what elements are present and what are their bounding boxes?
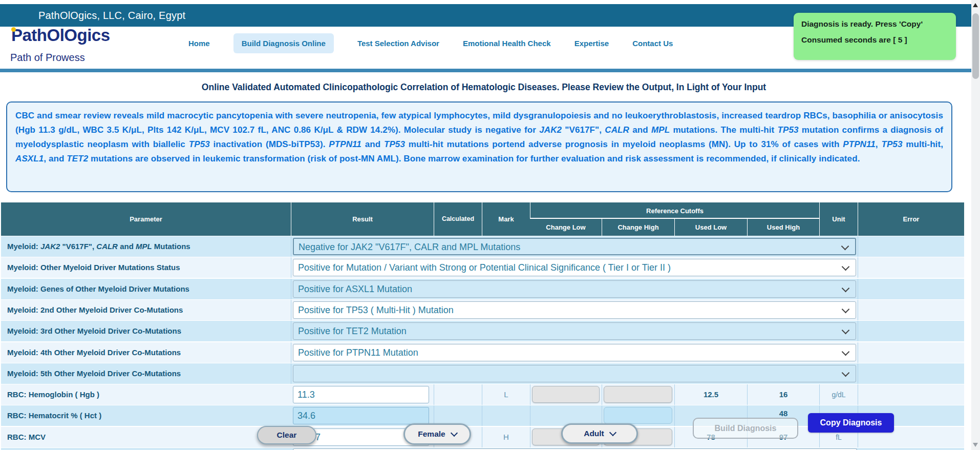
row-label: Myeloid: JAK2 "V617F", CALR and MPL Muta…: [1, 236, 291, 257]
table-row: Myeloid: 5th Other Myeloid Driver Co-Mut…: [1, 363, 964, 384]
nav-contact-us[interactable]: Contact Us: [632, 39, 673, 48]
select-other-driver-mutations-status[interactable]: Positive for Mutation / Variant with Str…: [293, 259, 856, 276]
table-row: Myeloid: Genes of Other Myeloid Driver M…: [1, 279, 964, 299]
col-header-result: Result: [291, 202, 434, 236]
select-genes-other-driver-mutations[interactable]: Positive for ASXL1 Mutation: [293, 280, 856, 298]
error-cell: [858, 384, 964, 405]
page-title: Online Validated Automated Clinicopathol…: [0, 82, 968, 93]
sex-select-value: Female: [418, 429, 445, 439]
table-header: Parameter Result Calculated Mark Referen…: [1, 202, 964, 236]
error-cell: [858, 321, 964, 341]
logo-tagline: Path of Prowess: [10, 52, 85, 64]
error-cell: [858, 279, 964, 299]
col-header-change-low: Change Low: [530, 219, 602, 236]
select-2nd-driver-co-mutation[interactable]: Positive for TP53 ( Multi-Hit ) Mutation: [293, 301, 856, 319]
row-label: RBC: Hemoglobin ( Hgb ): [1, 384, 291, 405]
main-nav: Home Build Diagnosis Online Test Selecti…: [188, 32, 673, 54]
chevron-down-icon: [842, 284, 850, 293]
select-3rd-driver-co-mutation[interactable]: Positive for TET2 Mutation: [293, 322, 856, 340]
select-value: Negative for JAK2 "V617F", CALR and MPL …: [299, 239, 520, 255]
nav-home[interactable]: Home: [188, 39, 210, 48]
chevron-down-icon: [842, 305, 850, 314]
col-header-parameter: Parameter: [1, 202, 291, 236]
hgb-result-input[interactable]: [293, 386, 429, 403]
hgb-change-high-input[interactable]: [604, 386, 672, 403]
chevron-down-icon: [842, 263, 850, 271]
diagnosis-summary-box: CBC and smear review reveals mild macroc…: [6, 101, 952, 192]
nav-emotional-health-check[interactable]: Emotional Health Check: [463, 39, 551, 48]
table-row: Myeloid: Other Myeloid Driver Mutations …: [1, 257, 964, 278]
col-header-mark: Mark: [482, 202, 530, 236]
select-value: Positive for PTPN11 Mutation: [298, 344, 418, 361]
mark-value: L: [482, 384, 530, 405]
used-high-value: 16: [747, 384, 819, 405]
select-value: Positive for TP53 ( Multi-Hit ) Mutation: [298, 302, 454, 318]
toast-line-2: Consumed seconds are [ 5 ]: [801, 35, 948, 45]
calculated-cell: [434, 384, 482, 405]
select-4th-driver-co-mutation[interactable]: Positive for PTPN11 Mutation: [293, 344, 856, 361]
company-title: PathOlOgics, LLC, Cairo, Egypt: [38, 4, 185, 27]
error-cell: [858, 236, 964, 257]
scrollbar-thumb[interactable]: [972, 13, 979, 79]
calculated-cell: [434, 405, 482, 426]
sex-select[interactable]: Female: [403, 423, 471, 445]
error-cell: [858, 300, 964, 320]
pathologics-app: PathOlOgics, LLC, Cairo, Egypt Diagnosis…: [0, 0, 980, 450]
logo-dot-icon: [11, 27, 16, 32]
copy-diagnosis-button[interactable]: Copy Diagnosis: [808, 413, 894, 433]
hgb-change-low-input[interactable]: [532, 386, 600, 403]
table-row: Myeloid: 4th Other Myeloid Driver Co-Mut…: [1, 342, 964, 363]
chevron-down-icon: [842, 369, 850, 377]
error-cell: [858, 342, 964, 363]
chevron-down-icon: [842, 326, 850, 335]
col-header-used-high: Used High: [747, 219, 819, 236]
col-header-unit: Unit: [819, 202, 858, 236]
clear-button[interactable]: Clear: [257, 426, 316, 444]
age-select-value: Adult: [584, 429, 604, 438]
scroll-up-arrow-icon[interactable]: [973, 3, 978, 7]
diagnosis-summary-text: CBC and smear review reveals mild macroc…: [15, 109, 943, 166]
error-cell: [858, 257, 964, 278]
scroll-down-arrow-icon[interactable]: [973, 443, 978, 447]
row-label: Myeloid: Genes of Other Myeloid Driver M…: [1, 279, 291, 299]
change-low-cell: [530, 405, 602, 426]
table-row: Myeloid: JAK2 "V617F", CALR and MPL Muta…: [1, 236, 964, 257]
col-header-calculated: Calculated: [434, 202, 482, 236]
select-5th-driver-co-mutation[interactable]: [293, 365, 856, 382]
select-jak2-calr-mpl-status[interactable]: Negative for JAK2 "V617F", CALR and MPL …: [293, 238, 856, 255]
nav-test-selection-advisor[interactable]: Test Selection Advisor: [357, 39, 439, 48]
table-row: Myeloid: 2nd Other Myeloid Driver Co-Mut…: [1, 300, 964, 320]
header-divider: [0, 69, 971, 72]
row-label: Myeloid: 2nd Other Myeloid Driver Co-Mut…: [1, 300, 291, 320]
toast-line-1: Diagnosis is ready. Press 'Copy': [801, 19, 948, 29]
hct-result-input[interactable]: [293, 407, 429, 424]
select-value: Positive for TET2 Mutation: [298, 323, 407, 339]
table-row: RBC: Hemoglobin ( Hgb ) L 12.5 16 g/dL: [1, 384, 964, 405]
vertical-scrollbar[interactable]: [971, 0, 980, 450]
chevron-down-icon: [842, 348, 850, 356]
nav-build-diagnosis-online[interactable]: Build Diagnosis Online: [233, 33, 334, 53]
select-value: Positive for ASXL1 Mutation: [298, 281, 412, 297]
col-header-error: Error: [858, 202, 964, 236]
row-label: Myeloid: Other Myeloid Driver Mutations …: [1, 257, 291, 278]
col-header-reference-cutoffs: Reference Cutoffs: [530, 202, 819, 219]
chevron-down-icon: [609, 429, 616, 436]
used-low-value: 12.5: [674, 384, 747, 405]
row-label: RBC: MCV: [1, 427, 291, 447]
logo-text: PathOlOgics: [11, 26, 110, 45]
table-row: Myeloid: 3rd Other Myeloid Driver Co-Mut…: [1, 321, 964, 341]
unit-value: g/dL: [819, 384, 858, 405]
row-label: Myeloid: 5th Other Myeloid Driver Co-Mut…: [1, 363, 291, 384]
build-diagnosis-button[interactable]: Build Diagnosis: [693, 418, 798, 439]
age-group-select[interactable]: Adult: [561, 423, 638, 444]
row-label: RBC: Hematocrit % ( Hct ): [1, 405, 291, 426]
error-cell: [858, 363, 964, 384]
row-label: Myeloid: 3rd Other Myeloid Driver Co-Mut…: [1, 321, 291, 341]
chevron-down-icon: [451, 429, 458, 437]
diagnosis-ready-toast: Diagnosis is ready. Press 'Copy' Consume…: [794, 13, 956, 60]
chevron-down-icon: [841, 242, 849, 251]
mark-value: H: [482, 427, 530, 447]
hct-change-high-input[interactable]: [604, 407, 672, 424]
table-row-partial: [1, 448, 964, 450]
nav-expertise[interactable]: Expertise: [574, 39, 609, 48]
